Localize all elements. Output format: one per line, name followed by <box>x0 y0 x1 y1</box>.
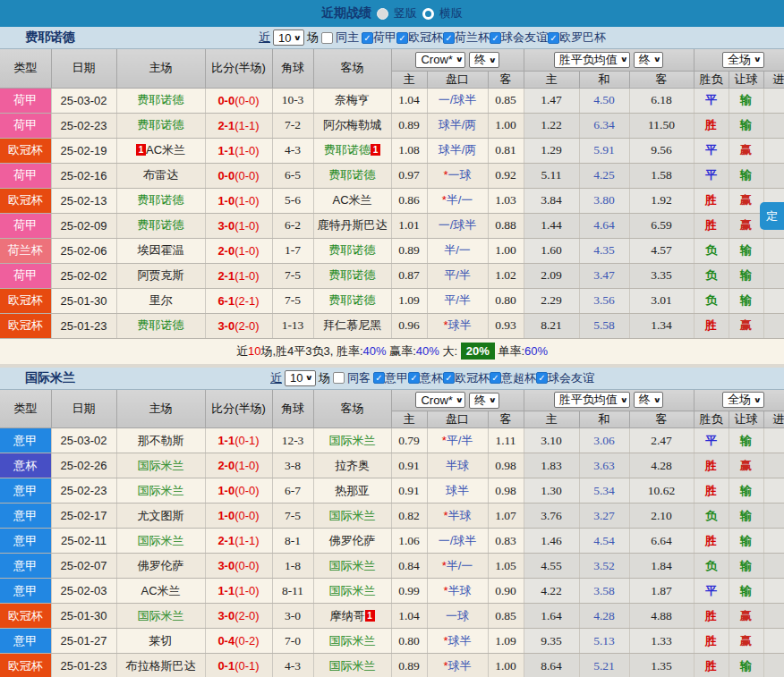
corner-stat: 7-5 <box>272 263 313 288</box>
league-label[interactable]: 意杯 <box>420 370 443 386</box>
league-checkbox[interactable]: ✓ <box>408 372 420 384</box>
layout-vertical-label[interactable]: 竖版 <box>394 5 417 21</box>
league-label[interactable]: 意超杯 <box>501 370 536 386</box>
layout-radio-vertical-icon[interactable] <box>377 8 388 20</box>
handicap-line: *半球 <box>427 504 488 529</box>
handicap-line: 半/一 <box>427 238 488 263</box>
league-label[interactable]: 球会友谊 <box>501 30 548 46</box>
count-suffix-label: 场 <box>307 30 319 46</box>
league-checkbox[interactable]: ✓ <box>443 32 455 44</box>
pin-side-tab[interactable]: 定 <box>760 202 784 230</box>
avg-home-odds: 1.60 <box>524 238 579 263</box>
sub-col-avg-home: 主 <box>524 71 579 88</box>
league-label[interactable]: 欧冠杯 <box>408 30 443 46</box>
league-filter-group: ✓意甲✓意杯✓欧冠杯✓意超杯✓球会友谊 <box>373 370 594 386</box>
match-row: 荷甲 25-02-02 阿贾克斯 2-1(1-0) 7-5 费耶诺德 0.87 … <box>0 263 784 288</box>
chevron-down-icon: ∨ <box>489 56 497 64</box>
count-suffix-label: 场 <box>319 370 330 386</box>
handicap-home-odds: 0.79 <box>391 428 427 453</box>
handicap-home-odds: 0.80 <box>391 629 427 654</box>
match-row: 欧冠杯 25-01-23 布拉格斯巴达 0-1(0-1) 4-3 国际米兰 0.… <box>0 654 784 677</box>
home-team: 费耶诺德 <box>116 313 205 338</box>
match-count-select[interactable]: 10∨ <box>273 30 304 46</box>
avg-away-odds: 6.18 <box>629 88 694 113</box>
away-team: 国际米兰 <box>313 428 391 453</box>
summary-text: 场,胜4平3负3, <box>260 344 337 358</box>
sub-col-handicap-result: 让球 <box>729 71 763 88</box>
bookmaker-select[interactable]: Crow*∨ <box>415 52 465 68</box>
league-label[interactable]: 荷甲 <box>373 30 396 46</box>
match-date: 25-02-06 <box>51 238 116 263</box>
handicap-away-odds: 1.11 <box>488 428 524 453</box>
wdl-result: 胜 <box>694 629 729 654</box>
col-date: 日期 <box>51 49 116 88</box>
avg-draw-odds: 3.80 <box>579 188 629 213</box>
wdl-result: 胜 <box>694 654 729 677</box>
team-section-inter: 国际米兰 近 10∨ 场 同客 ✓意甲✓意杯✓欧冠杯✓意超杯✓球会友谊 类型 日… <box>0 368 784 677</box>
handicap-home-odds: 1.06 <box>391 529 427 554</box>
match-date: 25-02-23 <box>51 478 116 504</box>
handicap-away-odds: 1.07 <box>488 504 524 529</box>
handicap-result: 输 <box>729 88 763 113</box>
league-label[interactable]: 欧罗巴杯 <box>559 30 606 46</box>
competition-badge: 荷甲 <box>0 88 51 113</box>
goals-cell <box>763 453 784 478</box>
match-count-select[interactable]: 10∨ <box>285 370 316 386</box>
odds-time-select[interactable]: 终∨ <box>469 52 499 68</box>
goals-cell <box>763 238 784 263</box>
league-label[interactable]: 球会友谊 <box>548 370 594 386</box>
avg-home-odds: 8.64 <box>524 654 579 677</box>
away-team: 佛罗伦萨 <box>313 529 391 554</box>
avg-draw-odds: 5.21 <box>579 654 629 677</box>
handicap-line: *半球 <box>427 579 488 604</box>
league-checkbox[interactable]: ✓ <box>373 372 385 384</box>
layout-horizontal-label[interactable]: 横版 <box>439 5 463 21</box>
corner-stat: 4-3 <box>272 654 313 677</box>
league-checkbox[interactable]: ✓ <box>396 32 408 44</box>
summary-text: 胜率: <box>337 344 363 358</box>
wdl-result: 平 <box>694 428 729 453</box>
avg-home-odds: 1.46 <box>524 529 579 554</box>
avg-odds-select[interactable]: 胜平负均值∨ <box>554 392 631 408</box>
home-team: 国际米兰 <box>116 453 205 478</box>
near-link[interactable]: 近 <box>270 370 282 386</box>
avg-group-header: 胜平负均值∨ 终∨ <box>524 390 694 411</box>
avg-time-select[interactable]: 终∨ <box>634 392 664 408</box>
handicap-result: 输 <box>729 554 763 579</box>
avg-draw-odds: 6.34 <box>579 113 629 138</box>
league-checkbox[interactable]: ✓ <box>443 372 455 384</box>
away-team: 摩纳哥1 <box>313 604 391 629</box>
avg-odds-select[interactable]: 胜平负均值∨ <box>554 52 631 68</box>
avg-time-select[interactable]: 终∨ <box>634 52 664 68</box>
same-venue-label[interactable]: 同主 <box>336 30 359 46</box>
handicap-line: 平/半 <box>427 288 488 313</box>
league-checkbox[interactable]: ✓ <box>490 372 501 384</box>
league-label[interactable]: 欧冠杯 <box>455 370 490 386</box>
col-corner: 角球 <box>272 390 313 428</box>
league-checkbox[interactable]: ✓ <box>548 32 559 44</box>
scope-select[interactable]: 全场∨ <box>722 52 764 68</box>
layout-radio-horizontal-icon[interactable] <box>422 8 434 20</box>
odds-time-select[interactable]: 终∨ <box>469 393 499 409</box>
goals-cell <box>763 288 784 313</box>
away-team: 费耶诺德 <box>313 288 391 313</box>
bookmaker-select[interactable]: Crow*∨ <box>415 392 465 408</box>
near-link[interactable]: 近 <box>259 30 270 46</box>
league-checkbox[interactable]: ✓ <box>362 32 373 44</box>
league-label[interactable]: 意甲 <box>385 370 408 386</box>
chevron-down-icon: ∨ <box>619 396 627 404</box>
summary-text: 40% <box>363 344 387 358</box>
home-team: 布拉格斯巴达 <box>116 654 205 677</box>
same-venue-label[interactable]: 同客 <box>347 370 371 386</box>
league-checkbox[interactable]: ✓ <box>536 372 548 384</box>
league-filter-group: ✓荷甲✓欧冠杯✓荷兰杯✓球会友谊✓欧罗巴杯 <box>362 30 606 46</box>
same-venue-checkbox[interactable] <box>321 32 333 44</box>
avg-draw-odds: 4.50 <box>579 88 629 113</box>
league-label[interactable]: 荷兰杯 <box>455 30 490 46</box>
wdl-result: 胜 <box>694 604 729 629</box>
scope-select[interactable]: 全场∨ <box>722 392 764 408</box>
same-venue-checkbox[interactable] <box>333 372 345 384</box>
corner-stat: 8-11 <box>272 579 313 604</box>
match-score: 2-1(1-0) <box>205 263 272 288</box>
league-checkbox[interactable]: ✓ <box>490 32 501 44</box>
